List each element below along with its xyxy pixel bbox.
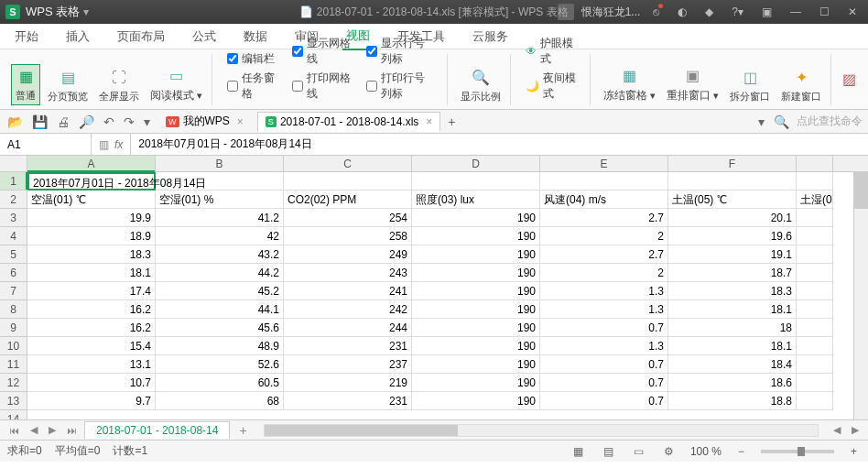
user-name[interactable]: 恨海狂龙1... [581,5,641,20]
split-window-button[interactable]: ◫ 拆分窗口 [726,66,774,105]
cell[interactable]: 18.3 [668,282,797,300]
notification-icon[interactable]: ⎋ [647,5,665,18]
select-all-corner[interactable] [0,156,27,171]
sheet-nav-prev-icon[interactable]: ◀ [27,424,41,436]
view-page-icon[interactable]: ▤ [600,445,617,458]
row-header[interactable]: 3 [0,209,27,227]
cell[interactable] [797,319,833,337]
column-header[interactable]: F [668,156,797,171]
save-icon[interactable]: 💾 [30,114,49,129]
view-page-break-button[interactable]: ▤ 分页预览 [44,66,92,105]
cell[interactable]: 2 [540,264,668,282]
zoom-in-icon[interactable]: + [847,445,861,458]
arrange-windows-button[interactable]: ▣ 重排窗口 ▾ [663,64,722,105]
cell[interactable]: 2.7 [540,245,668,264]
new-tab-icon[interactable]: + [446,114,457,129]
check-edit-bar[interactable]: 编辑栏 [227,51,277,67]
cell[interactable]: 190 [412,245,540,264]
cell[interactable]: 18.6 [668,374,797,392]
row-header[interactable]: 2 [0,190,27,209]
cell[interactable]: 44.2 [156,264,284,282]
cell[interactable]: 45.2 [156,282,284,300]
horizontal-scrollbar[interactable] [264,424,819,437]
row-header[interactable]: 11 [0,355,27,374]
sheet-nav-last-icon[interactable]: ⏭ [63,425,81,436]
cell[interactable]: 190 [412,209,540,227]
cell[interactable]: 190 [412,319,540,337]
undo-icon[interactable]: ↶ [102,114,116,129]
cell[interactable]: 17.4 [27,282,156,300]
row-header[interactable]: 10 [0,337,27,355]
zoom-level[interactable]: 100 % [690,445,722,458]
column-header[interactable]: D [412,156,540,171]
cell-header[interactable]: CO2(02) PPM [284,190,412,209]
print-preview-icon[interactable]: 🔎 [77,114,96,129]
cell[interactable]: 0.7 [540,355,668,374]
row-header[interactable]: 12 [0,374,27,392]
cell[interactable]: 219 [284,374,412,392]
zoom-button[interactable]: 🔍 显示比例 [457,66,505,105]
tab-list-icon[interactable]: ▾ [756,114,766,129]
cell[interactable]: 45.6 [156,319,284,337]
column-header[interactable]: C [284,156,412,171]
fx-dropdown-icon[interactable]: ▥ [99,138,109,151]
workspace-tab-document[interactable]: S 2018-07-01 - 2018-08-14.xls × [257,112,440,132]
cell[interactable] [797,337,833,355]
check-print-headers[interactable]: 打印行号列标 [366,71,436,102]
cell-header[interactable]: 土温(05) ℃ [668,190,797,209]
cell[interactable]: 242 [284,300,412,319]
tab-close-icon[interactable]: × [237,115,244,128]
menu-cloud[interactable]: 云服务 [469,24,512,49]
row-header[interactable]: 14 [0,410,27,419]
eye-protect-mode[interactable]: 👁护眼模式 [526,36,579,67]
maximize-icon[interactable]: ☐ [814,5,835,18]
cell[interactable]: 52.6 [156,355,284,374]
cell[interactable] [284,172,412,190]
tab-close-icon[interactable]: × [426,115,432,128]
fx-icon[interactable]: fx [114,138,123,151]
zoom-out-icon[interactable]: − [734,445,748,458]
sheet-nav-first-icon[interactable]: ⏮ [5,425,23,436]
cell[interactable]: 0.7 [540,319,668,337]
cell[interactable] [668,172,797,190]
check-show-gridlines[interactable]: 显示网格线 [292,36,352,67]
cell[interactable]: 254 [284,209,412,227]
view-fullscreen-button[interactable]: ⛶ 全屏显示 [95,66,143,105]
quick-more-icon[interactable]: ▾ [142,114,152,129]
cell[interactable]: 18.1 [668,300,797,319]
scroll-right-icon[interactable]: ▶ [848,424,863,436]
skin-icon[interactable]: ◆ [700,5,719,18]
cell[interactable]: 43.2 [156,245,284,264]
scroll-left-icon[interactable]: ◀ [830,424,844,436]
sheet-tab-active[interactable]: 2018-07-01 - 2018-08-14 [84,421,230,439]
cell[interactable]: 243 [284,264,412,282]
minimize-icon[interactable]: — [785,5,807,18]
cell[interactable]: 13.1 [27,355,156,374]
search-icon[interactable]: 🔍 [772,114,791,129]
cell[interactable]: 18.4 [668,355,797,374]
menu-formula[interactable]: 公式 [189,24,220,49]
cell[interactable] [797,209,833,227]
column-header[interactable]: A [27,156,156,171]
cell[interactable]: 190 [412,282,540,300]
cell[interactable]: 18.1 [668,337,797,355]
cell[interactable]: 19.1 [668,245,797,264]
row-header[interactable]: 9 [0,319,27,337]
cell[interactable]: 190 [412,337,540,355]
column-header[interactable]: B [156,156,284,171]
sync-icon[interactable]: ◐ [672,5,692,18]
cell[interactable]: 249 [284,245,412,264]
ribbon-more-button[interactable]: ▨ [835,68,863,92]
column-header[interactable]: E [540,156,668,171]
cell[interactable]: 241 [284,282,412,300]
cell[interactable]: 68 [156,392,284,410]
cell[interactable]: 190 [412,300,540,319]
spreadsheet-grid[interactable]: ABCDEF 1234567891011121314 2018年07月01日 -… [0,156,868,419]
cell[interactable]: 244 [284,319,412,337]
cell[interactable]: 190 [412,264,540,282]
cell[interactable]: 48.9 [156,337,284,355]
freeze-panes-button[interactable]: ▦ 冻结窗格 ▾ [600,64,659,105]
cell[interactable]: 60.5 [156,374,284,392]
view-normal-icon[interactable]: ▦ [570,445,587,458]
cell-reference-input[interactable]: A1 [0,134,92,155]
